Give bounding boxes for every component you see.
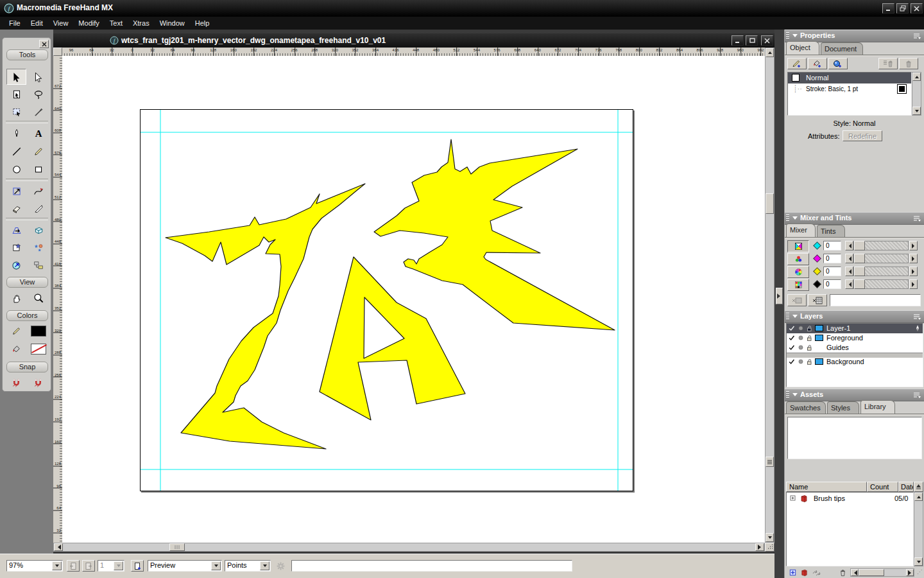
layer-visible[interactable] — [788, 334, 796, 342]
tab-tints[interactable]: Tints — [817, 225, 845, 237]
sort-order-icon[interactable] — [914, 482, 923, 492]
mixer-header[interactable]: Mixer and Tints — [785, 212, 924, 225]
color-mode-wheel-button[interactable] — [787, 266, 809, 278]
layer-visible[interactable] — [788, 324, 796, 332]
panel-resize-grip[interactable]: ⋰ — [917, 569, 922, 575]
tool-hand[interactable] — [6, 290, 26, 306]
slider-right-button[interactable] — [909, 241, 918, 250]
next-page-button[interactable] — [82, 560, 95, 572]
scroll-up-button[interactable] — [766, 48, 774, 57]
fill-swatch-none[interactable] — [31, 344, 46, 355]
layer-color-swatch[interactable] — [815, 358, 823, 365]
minimize-button[interactable] — [882, 3, 894, 13]
fill-color-tool[interactable] — [6, 341, 26, 357]
new-group-icon[interactable] — [789, 568, 797, 578]
menu-text[interactable]: Text — [105, 18, 128, 28]
slider-thumb[interactable] — [854, 267, 865, 276]
layer-mode[interactable] — [797, 324, 805, 332]
tool-connector[interactable] — [28, 257, 48, 273]
tool-action[interactable] — [6, 257, 26, 273]
column-count[interactable]: Count — [867, 482, 898, 492]
snap-to-object-tool[interactable] — [28, 374, 48, 390]
library-row[interactable]: Brush tips05/0 — [787, 494, 913, 504]
vector-shape-z[interactable] — [166, 184, 365, 449]
dock-collapse-button[interactable] — [776, 288, 783, 304]
scroll-left-button[interactable] — [54, 543, 63, 551]
layer-lock[interactable] — [805, 344, 813, 351]
remove-item-button[interactable] — [878, 58, 898, 69]
tool-rectangle[interactable] — [28, 161, 48, 177]
tool-zoom[interactable] — [28, 290, 48, 306]
tool-knife[interactable] — [28, 200, 48, 216]
zoom-combo[interactable]: 97% — [6, 560, 63, 572]
slider-left-button[interactable] — [845, 267, 853, 276]
add-fill-button[interactable] — [808, 58, 827, 69]
slider-left-button[interactable] — [845, 241, 853, 250]
channel-value-input[interactable]: 0 — [823, 267, 841, 276]
page-number-combo[interactable]: 1 — [98, 560, 124, 572]
layer-color-swatch[interactable] — [815, 335, 823, 341]
tool-pencil[interactable] — [28, 143, 48, 159]
delete-button[interactable] — [899, 58, 918, 69]
slider-thumb[interactable] — [854, 241, 865, 250]
menu-edit[interactable]: Edit — [26, 18, 48, 28]
stroke-color-swatch[interactable] — [898, 85, 906, 93]
inspector-scrollbar[interactable] — [912, 72, 921, 116]
slider-left-button[interactable] — [845, 279, 853, 289]
tool-pen[interactable] — [6, 125, 26, 141]
tab-swatches[interactable]: Swatches — [786, 401, 826, 414]
object-fill-swatch[interactable] — [792, 74, 800, 82]
layer-lock[interactable] — [805, 358, 813, 365]
tool-perspective[interactable] — [6, 222, 26, 238]
assets-header[interactable]: Assets — [785, 389, 924, 401]
tool-marquee[interactable] — [6, 103, 26, 119]
new-library-item-icon[interactable] — [800, 568, 809, 578]
import-export-icon[interactable] — [812, 568, 821, 578]
column-date[interactable]: Date — [898, 482, 914, 492]
tool-scale[interactable] — [6, 183, 26, 199]
library-hscrollbar[interactable] — [850, 568, 914, 577]
color-mode-rgb-button[interactable] — [787, 253, 809, 265]
tool-pointer[interactable] — [6, 69, 26, 85]
vertical-scrollbar[interactable] — [765, 48, 774, 543]
menu-modify[interactable]: Modify — [73, 18, 104, 28]
horizontal-scroll-thumb[interactable] — [169, 543, 185, 551]
assets-options-icon[interactable] — [912, 391, 921, 399]
tool-eraser[interactable] — [6, 200, 26, 216]
tool-trace[interactable] — [6, 240, 26, 256]
horizontal-scrollbar[interactable] — [53, 543, 765, 552]
layer-color-swatch[interactable] — [815, 325, 823, 331]
tool-lasso[interactable] — [28, 86, 48, 102]
tool-eyedropper[interactable] — [28, 103, 48, 119]
view-mode-combo[interactable]: Preview — [148, 560, 222, 572]
apply-color-button[interactable] — [787, 294, 807, 306]
ruler-corner-box[interactable] — [53, 48, 62, 56]
close-button[interactable] — [911, 3, 923, 13]
layer-lock[interactable] — [805, 324, 813, 332]
stroke-color-tool[interactable] — [6, 323, 26, 339]
units-combo[interactable]: Points — [225, 560, 271, 572]
tab-document[interactable]: Document — [821, 42, 863, 55]
menu-window[interactable]: Window — [155, 18, 190, 28]
slider-thumb[interactable] — [854, 254, 865, 263]
layer-mode[interactable] — [797, 334, 805, 342]
previous-page-button[interactable] — [67, 560, 80, 572]
snap-section-title[interactable]: Snap — [6, 362, 48, 372]
expand-toggle[interactable] — [789, 495, 796, 502]
tool-text[interactable]: A — [28, 125, 48, 141]
tab-mixer[interactable]: Mixer — [786, 223, 816, 237]
stroke-row[interactable]: ┊·· Stroke: Basic, 1 pt — [788, 83, 911, 94]
canvas[interactable] — [62, 56, 765, 543]
column-name[interactable]: Name — [786, 482, 867, 492]
redefine-button[interactable]: Redefine — [843, 130, 882, 141]
add-page-button[interactable] — [131, 560, 144, 572]
tool-extrude[interactable] — [28, 222, 48, 238]
color-preview-well[interactable] — [830, 294, 921, 306]
tab-library[interactable]: Library — [860, 400, 895, 414]
layer-visible[interactable] — [788, 344, 796, 351]
menu-file[interactable]: File — [4, 18, 26, 28]
properties-header[interactable]: Properties — [785, 30, 924, 42]
tool-blend[interactable] — [28, 240, 48, 256]
channel-value-input[interactable]: 0 — [823, 241, 841, 250]
layer-mode[interactable] — [797, 344, 805, 351]
